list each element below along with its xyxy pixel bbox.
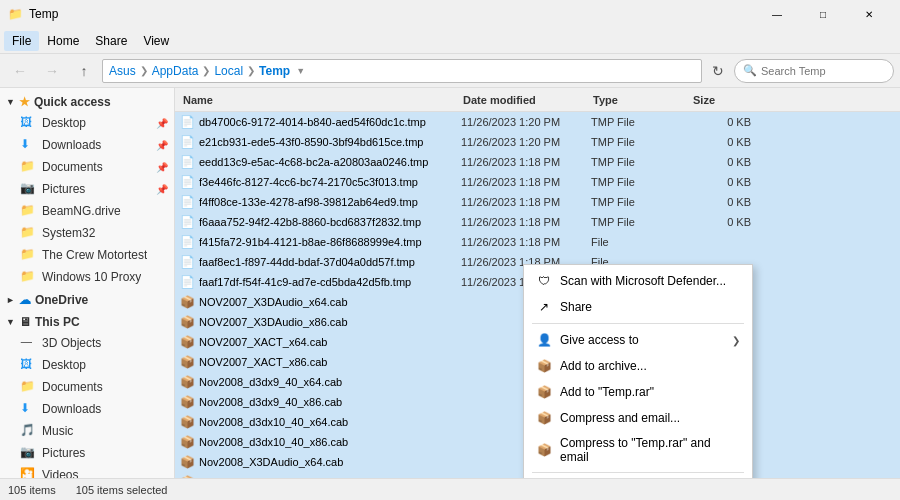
menu-view[interactable]: View bbox=[135, 31, 177, 51]
desktop-icon: 🖼 bbox=[20, 115, 36, 131]
ctx-item-icon: 📦 bbox=[536, 410, 552, 426]
window-controls[interactable]: — □ ✕ bbox=[754, 0, 892, 28]
forward-button[interactable]: → bbox=[38, 57, 66, 85]
sidebar-quickaccess-header[interactable]: ▼ ★ Quick access bbox=[0, 92, 174, 112]
file-row[interactable]: 📄 f415fa72-91b4-4121-b8ae-86f8688999e4.t… bbox=[175, 232, 900, 252]
sidebar-item-pictures[interactable]: 📷 Pictures 📌 bbox=[0, 178, 174, 200]
file-type: TMP File bbox=[591, 176, 691, 188]
up-button[interactable]: ↑ bbox=[70, 57, 98, 85]
menu-home[interactable]: Home bbox=[39, 31, 87, 51]
file-date: 11/26/2023 1:18 PM bbox=[461, 236, 591, 248]
col-header-name[interactable]: Name bbox=[179, 88, 459, 111]
context-menu-item[interactable]: 🛡 Scan with Microsoft Defender... bbox=[524, 268, 752, 294]
context-menu-item[interactable]: 👤 Give access to ❯ bbox=[524, 327, 752, 353]
sidebar-item-beamng[interactable]: 📁 BeamNG.drive bbox=[0, 200, 174, 222]
file-date: 11/26/2023 1:20 PM bbox=[461, 116, 591, 128]
file-icon: 📄 bbox=[179, 214, 195, 230]
sidebar-item-win10proxy[interactable]: 📁 Windows 10 Proxy bbox=[0, 266, 174, 288]
col-header-size[interactable]: Size bbox=[689, 88, 749, 111]
file-date: 11/26/2023 1:18 PM bbox=[461, 196, 591, 208]
file-icon: 📦 bbox=[179, 414, 195, 430]
breadcrumb-dropdown-icon[interactable]: ▼ bbox=[296, 66, 305, 76]
file-row[interactable]: 📄 f6aaa752-94f2-42b8-8860-bcd6837f2832.t… bbox=[175, 212, 900, 232]
sidebar-item-crewmotortest[interactable]: 📁 The Crew Motortest bbox=[0, 244, 174, 266]
sidebar-thispc-header[interactable]: ▼ 🖥 This PC bbox=[0, 312, 174, 332]
file-type: TMP File bbox=[591, 116, 691, 128]
downloads-icon-2: ⬇ bbox=[20, 401, 36, 417]
refresh-button[interactable]: ↻ bbox=[706, 59, 730, 83]
file-header: Name Date modified Type Size bbox=[175, 88, 900, 112]
file-icon: 📦 bbox=[179, 474, 195, 478]
ctx-item-icon: 📦 bbox=[536, 358, 552, 374]
sidebar-item-pc-downloads[interactable]: ⬇ Downloads bbox=[0, 398, 174, 420]
file-name: f415fa72-91b4-4121-b8ae-86f8688999e4.tmp bbox=[199, 236, 461, 248]
menu-bar: File Home Share View bbox=[0, 28, 900, 54]
sidebar-onedrive-header[interactable]: ► ☁ OneDrive bbox=[0, 290, 174, 310]
context-menu-item[interactable]: 📦 Compress to "Temp.rar" and email bbox=[524, 431, 752, 469]
breadcrumb-sep-3: ❯ bbox=[247, 65, 255, 76]
file-name: Nov2008_d3dx10_40_x86.cab bbox=[199, 436, 461, 448]
main-area: ▼ ★ Quick access 🖼 Desktop 📌 ⬇ Downloads… bbox=[0, 88, 900, 478]
sidebar-section-onedrive: ► ☁ OneDrive bbox=[0, 290, 174, 310]
sidebar-item-system32[interactable]: 📁 System32 bbox=[0, 222, 174, 244]
ctx-item-label: Give access to bbox=[560, 333, 724, 347]
sidebar-item-pc-pictures[interactable]: 📷 Pictures bbox=[0, 442, 174, 464]
ctx-item-label: Share bbox=[560, 300, 740, 314]
file-row[interactable]: 📄 f3e446fc-8127-4cc6-bc74-2170c5c3f013.t… bbox=[175, 172, 900, 192]
sidebar-section-thispc: ▼ 🖥 This PC ⸻ 3D Objects 🖼 Desktop 📁 Doc… bbox=[0, 312, 174, 478]
onedrive-icon: ☁ bbox=[19, 293, 31, 307]
title-bar: 📁 Temp — □ ✕ bbox=[0, 0, 900, 28]
file-row[interactable]: 📄 e21cb931-ede5-43f0-8590-3bf94bd615ce.t… bbox=[175, 132, 900, 152]
search-input[interactable] bbox=[761, 65, 885, 77]
breadcrumb-item-appdata[interactable]: AppData bbox=[152, 64, 199, 78]
pin-icon-3: 📌 bbox=[156, 162, 168, 173]
file-icon: 📦 bbox=[179, 454, 195, 470]
col-header-date[interactable]: Date modified bbox=[459, 88, 589, 111]
sidebar-item-pc-videos[interactable]: 🎦 Videos bbox=[0, 464, 174, 478]
ctx-item-icon: 🛡 bbox=[536, 273, 552, 289]
context-menu-divider bbox=[532, 472, 744, 473]
sidebar-item-pc-documents[interactable]: 📁 Documents bbox=[0, 376, 174, 398]
desktop-icon-2: 🖼 bbox=[20, 357, 36, 373]
breadcrumb-item-asus[interactable]: Asus bbox=[109, 64, 136, 78]
menu-file[interactable]: File bbox=[4, 31, 39, 51]
file-row[interactable]: 📄 db4700c6-9172-4014-b840-aed54f60dc1c.t… bbox=[175, 112, 900, 132]
sidebar-item-3dobjects[interactable]: ⸻ 3D Objects bbox=[0, 332, 174, 354]
breadcrumb-item-temp[interactable]: Temp bbox=[259, 64, 290, 78]
file-icon: 📄 bbox=[179, 114, 195, 130]
documents-icon: 📁 bbox=[20, 159, 36, 175]
context-menu-item[interactable]: ↗ Share bbox=[524, 294, 752, 320]
file-name: faaf8ec1-f897-44dd-bdaf-37d04a0dd57f.tmp bbox=[199, 256, 461, 268]
menu-share[interactable]: Share bbox=[87, 31, 135, 51]
context-menu-item[interactable]: 📦 Compress and email... bbox=[524, 405, 752, 431]
file-row[interactable]: 📄 f4ff08ce-133e-4278-af98-39812ab64ed9.t… bbox=[175, 192, 900, 212]
sidebar-item-documents[interactable]: 📁 Documents 📌 bbox=[0, 156, 174, 178]
file-icon: 📄 bbox=[179, 254, 195, 270]
context-menu-item[interactable]: → Send to ❯ bbox=[524, 476, 752, 478]
folder-icon-4: 📁 bbox=[20, 269, 36, 285]
sidebar-item-desktop[interactable]: 🖼 Desktop 📌 bbox=[0, 112, 174, 134]
pin-icon-4: 📌 bbox=[156, 184, 168, 195]
file-row[interactable]: 📄 eedd13c9-e5ac-4c68-bc2a-a20803aa0246.t… bbox=[175, 152, 900, 172]
folder-icon-3: 📁 bbox=[20, 247, 36, 263]
close-button[interactable]: ✕ bbox=[846, 0, 892, 28]
breadcrumb-item-local[interactable]: Local bbox=[214, 64, 243, 78]
maximize-button[interactable]: □ bbox=[800, 0, 846, 28]
file-icon: 📦 bbox=[179, 374, 195, 390]
minimize-button[interactable]: — bbox=[754, 0, 800, 28]
ctx-item-label: Scan with Microsoft Defender... bbox=[560, 274, 740, 288]
sidebar-item-pc-music[interactable]: 🎵 Music bbox=[0, 420, 174, 442]
toolbar: ← → ↑ Asus ❯ AppData ❯ Local ❯ Temp ▼ ↻ … bbox=[0, 54, 900, 88]
context-menu-item[interactable]: 📦 Add to "Temp.rar" bbox=[524, 379, 752, 405]
context-menu-item[interactable]: 📦 Add to archive... bbox=[524, 353, 752, 379]
sidebar-section-quickaccess: ▼ ★ Quick access 🖼 Desktop 📌 ⬇ Downloads… bbox=[0, 92, 174, 288]
sidebar-item-pc-desktop[interactable]: 🖼 Desktop bbox=[0, 354, 174, 376]
breadcrumb-sep-1: ❯ bbox=[140, 65, 148, 76]
file-name: Nov2008_d3dx10_40_x64.cab bbox=[199, 416, 461, 428]
file-date: 11/26/2023 1:18 PM bbox=[461, 216, 591, 228]
back-button[interactable]: ← bbox=[6, 57, 34, 85]
search-box[interactable]: 🔍 bbox=[734, 59, 894, 83]
col-header-type[interactable]: Type bbox=[589, 88, 689, 111]
sidebar-item-downloads[interactable]: ⬇ Downloads 📌 bbox=[0, 134, 174, 156]
file-icon: 📄 bbox=[179, 194, 195, 210]
